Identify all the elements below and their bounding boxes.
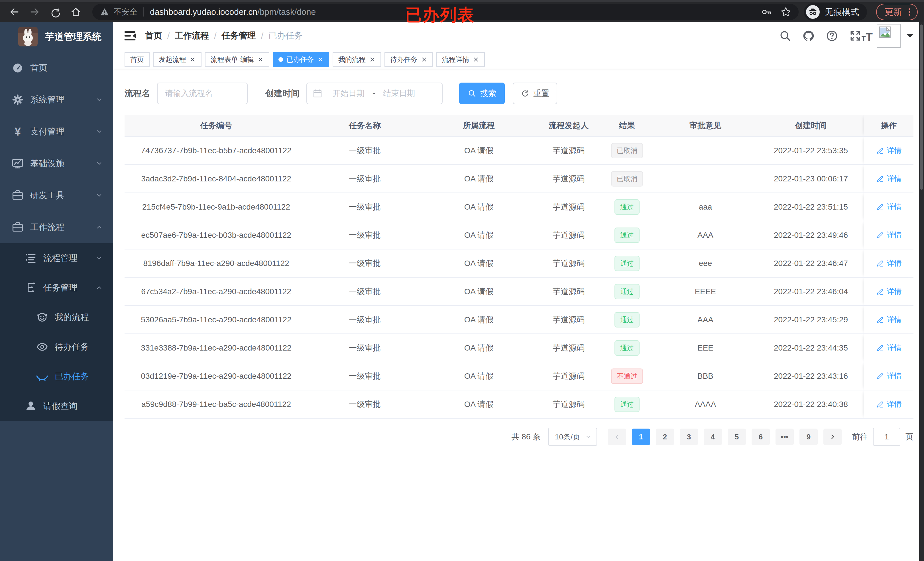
detail-link[interactable]: 详情 (876, 399, 902, 409)
breadcrumb-item[interactable]: 任务管理 (222, 30, 256, 42)
cell-created: 2022-01-22 23:51:15 (758, 193, 864, 221)
close-icon[interactable] (473, 56, 479, 63)
browser-scrollbar[interactable] (919, 22, 924, 561)
breadcrumb-item[interactable]: 工作流程 (175, 30, 209, 42)
close-icon[interactable] (257, 56, 264, 63)
update-button[interactable]: 更新 (876, 4, 918, 20)
search-button[interactable]: 搜索 (459, 82, 505, 104)
detail-link[interactable]: 详情 (876, 343, 902, 353)
sidebar-item[interactable]: 首页 (0, 52, 113, 84)
close-icon[interactable] (189, 56, 196, 63)
end-date-input[interactable] (375, 89, 423, 98)
tab[interactable]: 流程表单-编辑 (205, 52, 269, 67)
close-icon[interactable] (369, 56, 375, 63)
cell-task-id: 67c534a2-7b9a-11ec-a290-acde48001122 (124, 278, 308, 305)
detail-link[interactable]: 详情 (876, 315, 902, 325)
sidebar-item[interactable]: ¥ 支付管理 (0, 116, 113, 148)
detail-link[interactable]: 详情 (876, 258, 902, 268)
cell-comment: AAA (652, 221, 758, 249)
page-button[interactable]: 5 (728, 429, 746, 445)
cell-starter: 芋道源码 (536, 390, 602, 418)
cell-task-name: 一级审批 (308, 278, 422, 305)
tab[interactable]: 已办任务 (273, 52, 329, 67)
org-tree-icon (24, 281, 37, 294)
close-icon[interactable] (317, 56, 324, 63)
page-size-select[interactable]: 10条/页 (548, 428, 597, 446)
kebab-menu-icon[interactable] (904, 7, 914, 17)
reload-icon[interactable] (50, 6, 61, 18)
column-header: 操作 (864, 115, 914, 136)
bookmark-star-icon[interactable] (780, 6, 791, 17)
column-header: 结果 (602, 115, 652, 136)
detail-link[interactable]: 详情 (876, 202, 902, 212)
github-icon[interactable] (802, 30, 815, 42)
page-button[interactable]: 6 (752, 429, 770, 445)
key-icon[interactable] (761, 6, 772, 17)
app-title: 芋道管理系统 (45, 30, 102, 43)
page-button[interactable]: ••• (776, 429, 794, 445)
home-icon[interactable] (70, 6, 81, 18)
sidebar-item-label: 工作流程 (30, 221, 64, 233)
not-secure-icon[interactable] (100, 7, 110, 17)
breadcrumb-item[interactable]: 首页 (145, 30, 162, 42)
forward-icon[interactable] (29, 6, 40, 18)
column-header: 任务编号 (124, 115, 308, 136)
sidebar-item[interactable]: 任务管理 (0, 273, 113, 302)
breadcrumb-separator: / (167, 31, 170, 41)
tab[interactable]: 待办任务 (384, 52, 433, 67)
next-page-button[interactable] (824, 429, 842, 445)
detail-link[interactable]: 详情 (876, 174, 902, 184)
close-icon[interactable] (421, 56, 427, 63)
sidebar-item[interactable]: 待办任务 (0, 332, 113, 362)
tab[interactable]: 首页 (124, 52, 150, 67)
caret-down-icon[interactable] (906, 34, 914, 41)
column-header: 流程发起人 (536, 115, 602, 136)
collapse-sidebar-icon[interactable] (123, 29, 136, 42)
tab[interactable]: 发起流程 (153, 52, 201, 67)
page-button[interactable]: 9 (800, 429, 818, 445)
detail-link[interactable]: 详情 (876, 145, 902, 156)
date-range-picker[interactable]: - (306, 82, 442, 104)
breadcrumb-item[interactable]: 已办任务 (268, 30, 303, 42)
sidebar-item[interactable]: 流程管理 (0, 243, 113, 273)
reset-button[interactable]: 重置 (513, 82, 557, 104)
page-button[interactable]: 1 (632, 429, 650, 445)
result-badge: 通过 (615, 284, 639, 299)
detail-link[interactable]: 详情 (876, 371, 902, 381)
goto-page-input[interactable] (873, 428, 900, 446)
prev-page-button[interactable] (608, 429, 626, 445)
tab[interactable]: 我的流程 (333, 52, 381, 67)
page-button[interactable]: 4 (704, 429, 722, 445)
tab[interactable]: 流程详情 (436, 52, 485, 67)
text-size-icon[interactable]: TT (862, 30, 873, 42)
sidebar-item[interactable]: 基础设施 (0, 148, 113, 180)
sidebar: 芋道管理系统 首页 系统管理 ¥ 支付管理 基础设施 (0, 22, 113, 561)
people-icon (36, 311, 48, 323)
sidebar-item[interactable]: 研发工具 (0, 180, 113, 211)
avatar[interactable] (877, 24, 901, 48)
sidebar-item-label: 流程管理 (44, 252, 78, 264)
process-name-input[interactable] (157, 82, 248, 104)
page-button[interactable]: 3 (680, 429, 698, 445)
start-date-input[interactable] (325, 89, 372, 98)
scrollbar-thumb[interactable] (920, 24, 923, 190)
sidebar-item[interactable]: 已办任务 (0, 362, 113, 391)
back-icon[interactable] (9, 6, 20, 18)
sidebar-item[interactable]: 系统管理 (0, 84, 113, 116)
sidebar-item[interactable]: 我的流程 (0, 302, 113, 332)
sidebar-item-label: 基础设施 (30, 158, 64, 169)
url-host: dashboard.yudao.iocoder.cn (150, 7, 257, 17)
cell-task-name: 一级审批 (308, 334, 422, 362)
fullscreen-icon[interactable] (849, 30, 862, 42)
table-row: ec507ae6-7b9a-11ec-b03b-acde48001122 一级审… (124, 221, 914, 250)
sidebar-item[interactable]: 工作流程 (0, 211, 113, 243)
breadcrumb-separator: / (214, 31, 216, 41)
help-icon[interactable] (826, 30, 838, 42)
detail-link[interactable]: 详情 (876, 286, 902, 296)
detail-link[interactable]: 详情 (876, 230, 902, 240)
sidebar-item[interactable]: 请假查询 (0, 391, 113, 421)
page-button[interactable]: 2 (656, 429, 674, 445)
top-navbar: 首页 / 工作流程 / 任务管理 / 已办任务 TT (113, 22, 924, 50)
search-icon[interactable] (779, 30, 792, 42)
sidebar-logo-row[interactable]: 芋道管理系统 (0, 22, 113, 52)
